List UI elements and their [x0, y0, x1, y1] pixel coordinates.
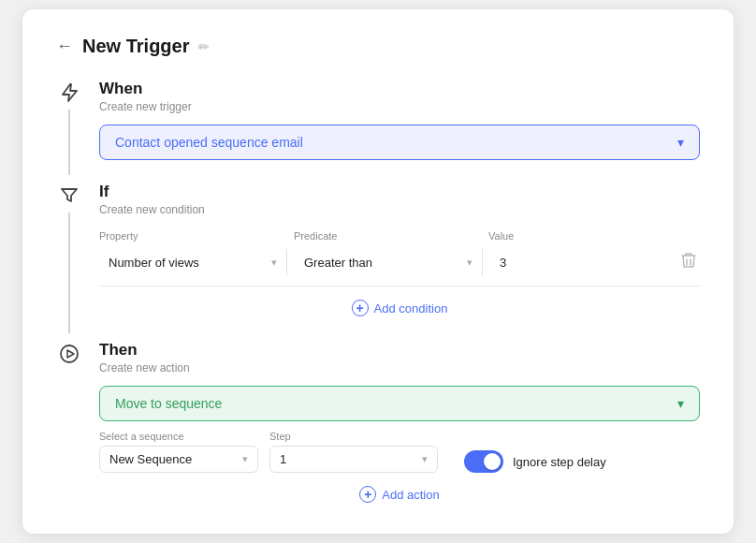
action-value: Move to sequence	[115, 396, 222, 411]
value-input[interactable]	[490, 250, 668, 275]
step-select[interactable]: 1 ▾	[269, 446, 438, 473]
filter-icon	[56, 183, 82, 209]
ignore-delay-col: Ignore step delay	[464, 450, 606, 473]
add-action-label: Add action	[382, 488, 439, 502]
property-value: Number of views	[109, 256, 199, 270]
sequence-value: New Sequence	[109, 452, 192, 466]
when-icon-col	[56, 80, 82, 175]
predicate-value: Greater than	[304, 256, 372, 270]
if-section: If Create new condition Property Predica…	[56, 183, 700, 333]
then-content: Then Create new action Move to sequence …	[99, 341, 700, 503]
sequence-col: Select a sequence New Sequence ▾	[99, 431, 258, 473]
sequence-label: Select a sequence	[99, 431, 258, 442]
sep-1	[286, 249, 287, 275]
then-icon-col	[56, 341, 82, 503]
step-label: Step	[269, 431, 438, 442]
step-arrow: ▾	[422, 453, 428, 465]
add-action-row: + Add action	[99, 486, 700, 503]
add-action-button[interactable]: + Add action	[359, 486, 439, 503]
when-content: When Create new trigger Contact opened s…	[99, 80, 700, 175]
when-section: When Create new trigger Contact opened s…	[56, 80, 700, 175]
sequence-select[interactable]: New Sequence ▾	[99, 446, 258, 473]
trigger-arrow: ▾	[677, 135, 684, 150]
then-section: Then Create new action Move to sequence …	[56, 341, 700, 503]
connector-line-1	[68, 110, 70, 175]
sep-2	[482, 249, 483, 275]
svg-point-0	[61, 345, 78, 362]
then-subtitle: Create new action	[99, 361, 700, 374]
add-condition-button[interactable]: + Add condition	[99, 296, 700, 318]
if-icon-col	[56, 183, 82, 333]
then-controls-row: Select a sequence New Sequence ▾ Step 1 …	[99, 431, 700, 473]
step-col: Step 1 ▾	[269, 431, 438, 473]
sequence-arrow: ▾	[242, 453, 248, 465]
predicate-select[interactable]: Greater than ▾	[295, 250, 482, 275]
play-icon	[56, 341, 82, 367]
back-button[interactable]: ←	[56, 37, 73, 56]
step-value: 1	[280, 452, 286, 466]
when-title: When	[99, 80, 700, 98]
if-subtitle: Create new condition	[99, 203, 700, 216]
edit-icon[interactable]: ✏	[198, 39, 210, 54]
action-arrow: ▾	[677, 396, 684, 411]
lightning-icon	[56, 80, 82, 106]
if-title: If	[99, 183, 700, 201]
condition-row: Number of views ▾ Greater than ▾	[99, 248, 700, 286]
predicate-label: Predicate	[294, 230, 337, 242]
connector-line-2	[68, 213, 70, 333]
page-title: New Trigger	[82, 36, 189, 57]
property-label: Property	[99, 230, 138, 242]
delete-condition-button[interactable]	[677, 248, 700, 276]
ignore-delay-label: Ignore step delay	[513, 455, 606, 469]
if-content: If Create new condition Property Predica…	[99, 183, 700, 333]
main-card: ← New Trigger ✏ When Create new trigger …	[22, 9, 734, 534]
add-condition-label: Add condition	[374, 301, 448, 316]
property-select[interactable]: Number of views ▾	[99, 250, 286, 275]
toggle-knob	[484, 453, 501, 470]
when-subtitle: Create new trigger	[99, 100, 700, 113]
value-label: Value	[488, 230, 514, 242]
then-title: Then	[99, 341, 700, 360]
add-condition-icon: +	[352, 300, 369, 316]
trigger-dropdown[interactable]: Contact opened sequence email ▾	[99, 125, 700, 160]
svg-marker-1	[67, 350, 74, 358]
trigger-value: Contact opened sequence email	[115, 135, 303, 150]
add-action-icon: +	[359, 486, 376, 503]
page-header: ← New Trigger ✏	[56, 36, 700, 57]
property-chevron: ▾	[271, 257, 277, 269]
condition-header: Property Predicate Value	[99, 227, 700, 242]
action-dropdown[interactable]: Move to sequence ▾	[99, 386, 700, 421]
ignore-delay-toggle[interactable]	[464, 450, 503, 473]
predicate-chevron: ▾	[467, 257, 472, 269]
